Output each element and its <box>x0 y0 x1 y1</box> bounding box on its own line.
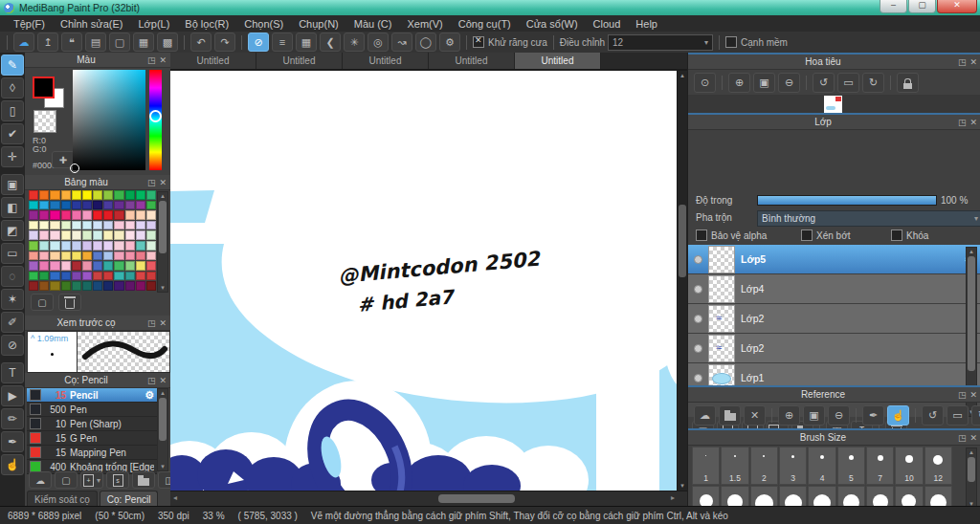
operation-tool[interactable]: ▶ <box>1 385 24 406</box>
menu-item[interactable]: Màu (C) <box>346 17 400 31</box>
brush-size-cell[interactable]: 2 <box>750 447 778 485</box>
canvas-horizontal-scrollbar[interactable]: ◂ ▸ <box>170 491 687 506</box>
snap-grid-icon[interactable]: ▦ <box>296 33 317 52</box>
palette-swatch[interactable] <box>61 241 71 251</box>
palette-swatch[interactable] <box>146 190 156 200</box>
ref-eyedropper-icon[interactable]: ✒ <box>862 405 884 426</box>
palette-swatch[interactable] <box>82 241 92 251</box>
bucket-tool[interactable]: ◧ <box>1 197 24 218</box>
ref-hand-icon[interactable]: ☝ <box>887 405 909 426</box>
palette-swatch[interactable] <box>103 201 113 210</box>
alpha-protect-box[interactable] <box>696 229 707 241</box>
scroll-down-icon[interactable]: ▾ <box>158 284 167 292</box>
canvas[interactable]: @Mintcodon 2502 # hd 2a7 <box>170 71 678 491</box>
palette-swatch[interactable] <box>93 251 102 261</box>
layer-visibility-dot[interactable] <box>694 285 702 294</box>
palette-swatch[interactable] <box>72 221 81 230</box>
eyedropper-tool[interactable]: ✒ <box>1 431 24 452</box>
frame-tool[interactable]: ▯ <box>1 100 24 121</box>
menu-item[interactable]: Công cụ(T) <box>451 17 519 31</box>
palette-swatch[interactable] <box>72 201 81 210</box>
brush-row[interactable]: 10Pen (Sharp) <box>27 417 157 431</box>
snap-radial-icon[interactable]: ✳ <box>344 33 365 52</box>
palette-swatch[interactable] <box>72 281 81 291</box>
menu-item[interactable]: Tệp(F) <box>6 17 53 31</box>
fit-screen-icon[interactable]: ▭ <box>837 73 859 93</box>
workspace-layout-icon[interactable]: ▩ <box>157 33 178 52</box>
layer-row[interactable]: Lớp4 <box>688 274 980 304</box>
zoom-fit-icon[interactable]: ▣ <box>753 73 775 93</box>
palette-swatch[interactable] <box>61 251 71 261</box>
scroll-down-icon[interactable]: ▾ <box>678 482 687 490</box>
scroll-thumb[interactable] <box>968 457 975 482</box>
brush-size-cell[interactable]: 12 <box>924 447 952 485</box>
palette-swatch[interactable] <box>146 251 156 261</box>
ref-rotate-left-icon[interactable]: ↺ <box>922 405 944 426</box>
palette-swatch[interactable] <box>82 190 92 200</box>
palette-swatch[interactable] <box>114 272 123 281</box>
palette-swatch[interactable] <box>29 261 38 271</box>
palette-swatch[interactable] <box>103 230 113 240</box>
palette-swatch[interactable] <box>125 281 135 291</box>
move-tool[interactable]: ✛ <box>1 146 24 167</box>
palette-swatch[interactable] <box>82 272 92 281</box>
palette-swatch[interactable] <box>29 281 38 291</box>
cloud-save-icon[interactable]: ☁ <box>13 33 34 52</box>
scroll-up-icon[interactable]: ▴ <box>967 448 976 456</box>
palette-swatch[interactable] <box>29 210 38 220</box>
redo-icon[interactable]: ↷ <box>214 33 235 52</box>
close-icon[interactable]: ✕ <box>969 57 977 67</box>
palette-swatch[interactable] <box>61 272 71 281</box>
palette-swatch[interactable] <box>136 241 145 251</box>
palette-swatch[interactable] <box>103 261 113 271</box>
ref-folder-icon[interactable] <box>719 405 741 426</box>
minimize-button[interactable]: – <box>880 0 907 13</box>
layer-visibility-dot[interactable] <box>694 374 702 382</box>
delete-color-button[interactable] <box>58 294 81 311</box>
menu-item[interactable]: Chụp(N) <box>291 17 346 31</box>
palette-swatch[interactable] <box>125 221 135 230</box>
palette-swatch[interactable] <box>82 230 92 240</box>
document-tab[interactable]: Untitled <box>515 53 601 69</box>
palette-swatch[interactable] <box>114 230 123 240</box>
palette-swatch[interactable] <box>72 272 81 281</box>
scroll-thumb[interactable] <box>679 205 686 277</box>
document-tab[interactable]: Untitled <box>170 53 256 69</box>
scroll-thumb[interactable] <box>159 201 167 253</box>
palette-scrollbar[interactable]: ▴ ▾ <box>157 191 168 293</box>
palette-swatch[interactable] <box>50 201 59 210</box>
scroll-up-icon[interactable]: ▴ <box>158 192 167 200</box>
popout-icon[interactable]: ◳ <box>958 118 967 127</box>
palette-swatch[interactable] <box>61 281 71 291</box>
brush-folder-icon[interactable] <box>132 471 155 489</box>
palette-swatch[interactable] <box>39 241 49 251</box>
close-icon[interactable]: ✕ <box>159 318 167 328</box>
palette-swatch[interactable] <box>82 281 92 291</box>
foreground-color-swatch[interactable] <box>33 76 55 98</box>
brush-panel-tab[interactable]: Kiểm soát cọ <box>27 491 98 507</box>
palette-swatch[interactable] <box>39 251 49 261</box>
menu-item[interactable]: Cloud <box>586 17 629 31</box>
scroll-up-icon[interactable]: ▴ <box>678 72 687 79</box>
palette-swatch[interactable] <box>93 241 102 251</box>
layer-visibility-dot[interactable] <box>694 255 702 264</box>
palette-swatch[interactable] <box>103 241 113 251</box>
popout-icon[interactable]: ◳ <box>958 433 967 443</box>
palette-swatch[interactable] <box>125 261 135 271</box>
palette-swatch[interactable] <box>82 201 92 210</box>
document-tab[interactable]: Untitled <box>343 53 429 69</box>
palette-swatch[interactable] <box>103 210 113 220</box>
zoom-out-icon[interactable]: ⊖ <box>778 73 800 93</box>
magic-wand-tool[interactable]: ✶ <box>1 289 24 310</box>
brush-cloud-icon[interactable]: ☁ <box>29 471 52 489</box>
lasso-select-tool[interactable]: ◌ <box>1 266 24 287</box>
eraser-tool[interactable]: ◊ <box>1 77 24 98</box>
palette-swatch[interactable] <box>93 261 102 271</box>
close-icon[interactable]: ✕ <box>969 118 977 127</box>
size-scrollbar[interactable]: ▴ ▾ <box>966 448 977 509</box>
brush-size-cell[interactable]: 3 <box>779 447 807 485</box>
brush-size-cell[interactable]: 1 <box>692 447 720 485</box>
palette-swatch[interactable] <box>93 230 102 240</box>
menu-item[interactable]: Chọn(S) <box>236 17 291 31</box>
brush-new-icon[interactable]: ▢ <box>55 471 78 489</box>
